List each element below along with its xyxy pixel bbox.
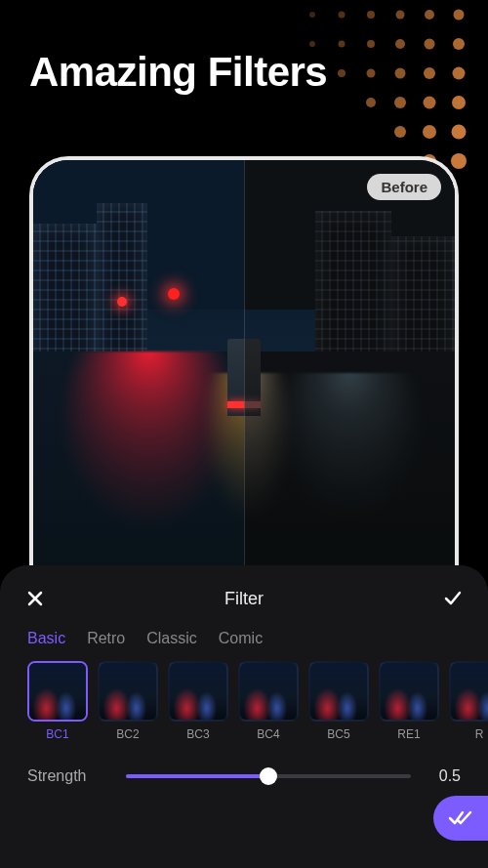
filter-thumb-partial[interactable]: R xyxy=(449,661,488,741)
filter-thumb-bc4[interactable]: BC4 xyxy=(238,661,299,741)
svg-point-19 xyxy=(424,97,436,109)
svg-point-4 xyxy=(425,10,434,20)
svg-point-16 xyxy=(453,67,466,80)
thumb-label: BC4 xyxy=(238,727,299,741)
svg-point-9 xyxy=(395,39,405,49)
strength-slider[interactable] xyxy=(126,765,411,788)
tab-classic[interactable]: Classic xyxy=(146,630,197,647)
svg-point-14 xyxy=(395,68,406,79)
svg-point-17 xyxy=(366,98,376,107)
confirm-button[interactable] xyxy=(439,585,467,612)
preview-image[interactable]: Before xyxy=(33,160,455,586)
apply-all-button[interactable] xyxy=(433,796,488,841)
double-check-icon xyxy=(448,808,473,828)
slider-knob[interactable] xyxy=(260,767,277,785)
svg-point-8 xyxy=(367,40,375,48)
filter-thumb-bc1[interactable]: BC1 xyxy=(27,661,88,741)
svg-point-18 xyxy=(394,97,406,108)
close-icon xyxy=(25,589,45,608)
thumb-label: R xyxy=(449,727,488,741)
svg-point-20 xyxy=(452,96,466,109)
slider-fill xyxy=(126,774,268,778)
svg-point-23 xyxy=(452,125,467,140)
tab-basic[interactable]: Basic xyxy=(27,630,65,647)
svg-point-21 xyxy=(394,126,406,138)
svg-point-5 xyxy=(454,10,465,21)
tab-comic[interactable]: Comic xyxy=(219,630,263,647)
check-icon xyxy=(442,588,464,609)
thumb-label: BC5 xyxy=(308,727,369,741)
close-button[interactable] xyxy=(21,585,49,612)
thumb-label: RE1 xyxy=(379,727,439,741)
svg-point-6 xyxy=(309,41,315,47)
thumb-label: BC1 xyxy=(27,727,88,741)
svg-point-25 xyxy=(451,153,467,169)
filter-category-tabs: Basic Retro Classic Comic xyxy=(0,614,488,661)
svg-point-1 xyxy=(339,12,346,19)
svg-point-22 xyxy=(423,125,436,139)
strength-value: 0.5 xyxy=(427,767,461,785)
svg-point-10 xyxy=(425,39,435,50)
svg-point-2 xyxy=(367,11,375,19)
thumb-label: BC2 xyxy=(98,727,158,741)
filter-thumb-bc2[interactable]: BC2 xyxy=(98,661,158,741)
svg-point-11 xyxy=(453,38,465,50)
tab-retro[interactable]: Retro xyxy=(87,630,125,647)
filter-thumb-bc3[interactable]: BC3 xyxy=(168,661,228,741)
page-title: Amazing Filters xyxy=(29,49,327,96)
svg-point-3 xyxy=(396,11,405,20)
svg-point-12 xyxy=(338,69,346,77)
filter-thumbnails: BC1 BC2 BC3 BC4 BC5 RE1 R xyxy=(0,661,488,741)
strength-label: Strength xyxy=(27,767,110,785)
before-badge: Before xyxy=(367,174,441,200)
svg-point-15 xyxy=(424,67,435,79)
panel-title: Filter xyxy=(224,589,264,609)
svg-point-7 xyxy=(339,41,346,48)
filter-thumb-bc5[interactable]: BC5 xyxy=(308,661,369,741)
preview-card: Before xyxy=(29,156,459,586)
filter-thumb-re1[interactable]: RE1 xyxy=(379,661,439,741)
thumb-label: BC3 xyxy=(168,727,228,741)
svg-point-13 xyxy=(367,69,376,78)
svg-point-0 xyxy=(309,12,315,18)
filter-panel: Filter Basic Retro Classic Comic BC1 BC2… xyxy=(0,565,488,868)
